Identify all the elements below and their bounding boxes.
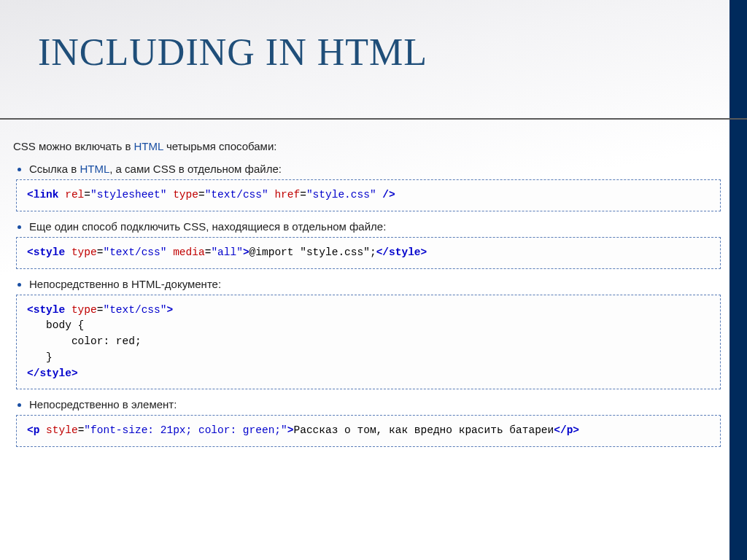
method-3-label: Непосредственно в HTML-документе: (29, 278, 221, 290)
intro-pre: CSS можно включать в (13, 140, 134, 152)
code-box-4: <p style="font-size: 21px; color: green;… (16, 415, 721, 447)
method-item-2: Еще один способ подключить CSS, находящи… (29, 220, 721, 269)
code-box-1: <link rel="stylesheet" type="text/css" h… (16, 179, 721, 211)
method-item-3: Непосредственно в HTML-документе: <style… (29, 278, 721, 390)
slide-title: INCLUDING IN HTML (38, 31, 427, 74)
methods-list: Ссылка в HTML, а сами CSS в отдельном фа… (13, 163, 721, 447)
method-2-label: Еще один способ подключить CSS, находящи… (29, 220, 386, 233)
code-box-2: <style type="text/css" media="all">@impo… (16, 237, 721, 269)
method-item-1: Ссылка в HTML, а сами CSS в отдельном фа… (29, 163, 721, 211)
method-1-label: Ссылка в HTML, а сами CSS в отдельном фа… (29, 163, 282, 175)
intro-text: CSS можно включать в HTML четырьмя спосо… (13, 140, 721, 152)
code-box-3: <style type="text/css"> body { color: re… (16, 295, 721, 390)
intro-html-link: HTML (134, 140, 163, 152)
slide-content: CSS можно включать в HTML четырьмя спосо… (13, 140, 721, 456)
title-rule (0, 118, 747, 120)
intro-post: четырьмя способами: (163, 140, 277, 152)
slide: INCLUDING IN HTML CSS можно включать в H… (0, 0, 747, 560)
method-4-label: Непосредственно в элемент: (29, 398, 177, 411)
method-item-4: Непосредственно в элемент: <p style="fon… (29, 398, 721, 447)
accent-sidebar (729, 0, 747, 560)
